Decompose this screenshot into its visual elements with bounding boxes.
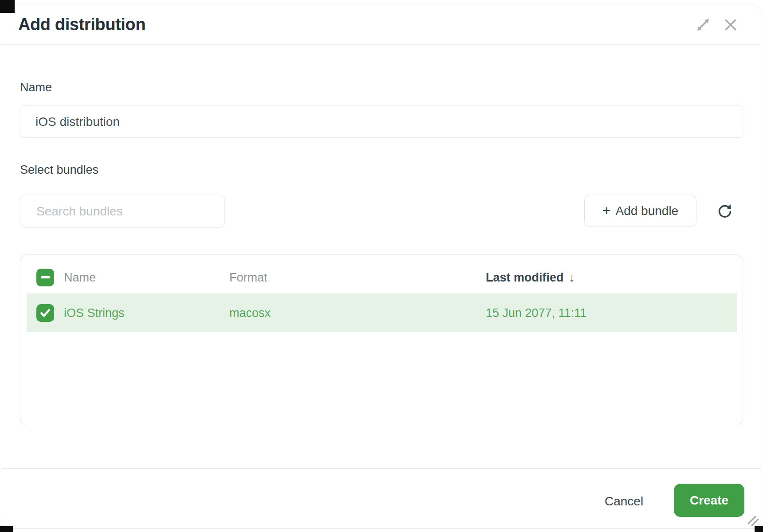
row-checkbox-checked[interactable]: [36, 304, 54, 322]
bundles-table: Name Format Last modified ↓: [20, 254, 743, 425]
create-button[interactable]: Create: [674, 484, 744, 517]
refresh-icon: [716, 202, 734, 221]
background-corner-bottom-right: [755, 526, 763, 532]
bundle-name-cell: iOS Strings: [64, 306, 125, 320]
bundles-table-header: Name Format Last modified ↓: [27, 261, 737, 293]
column-header-last-modified-label: Last modified: [486, 270, 564, 284]
column-header-last-modified[interactable]: Last modified ↓: [486, 270, 575, 284]
column-header-name[interactable]: Name: [64, 270, 96, 284]
expand-icon: [694, 16, 712, 35]
bundle-format-cell: macosx: [229, 306, 271, 320]
background-corner-bottom-left: [0, 526, 13, 532]
background-corner-top-left: [0, 0, 15, 13]
plus-icon: +: [602, 203, 611, 218]
resize-handle[interactable]: [747, 515, 759, 527]
select-all-checkbox[interactable]: [36, 269, 54, 286]
expand-dialog-button[interactable]: [693, 16, 713, 35]
screen: Add distribution: [0, 0, 763, 532]
add-bundle-button-label: Add bundle: [616, 204, 679, 218]
add-distribution-dialog: Add distribution: [1, 4, 761, 529]
add-bundle-button[interactable]: + Add bundle: [584, 195, 696, 227]
close-icon: [722, 16, 739, 35]
dialog-header: Add distribution: [1, 4, 761, 45]
dialog-title: Add distribution: [18, 15, 146, 34]
name-field-label: Name: [20, 81, 52, 94]
refresh-bundles-button[interactable]: [715, 201, 735, 222]
sort-descending-icon: ↓: [569, 270, 575, 284]
bundle-row-ios-strings[interactable]: iOS Strings macosx 15 Jun 2077, 11:11: [27, 293, 737, 332]
distribution-name-input[interactable]: [20, 106, 743, 138]
search-bundles-input[interactable]: [20, 195, 225, 228]
bundle-last-modified-cell: 15 Jun 2077, 11:11: [486, 306, 586, 320]
check-icon: [36, 304, 54, 322]
cancel-button[interactable]: Cancel: [601, 492, 647, 511]
close-dialog-button[interactable]: [721, 16, 740, 35]
footer-divider: [1, 468, 761, 469]
select-bundles-label: Select bundles: [20, 163, 98, 177]
column-header-format[interactable]: Format: [229, 270, 267, 284]
indeterminate-minus-icon: [41, 276, 50, 279]
